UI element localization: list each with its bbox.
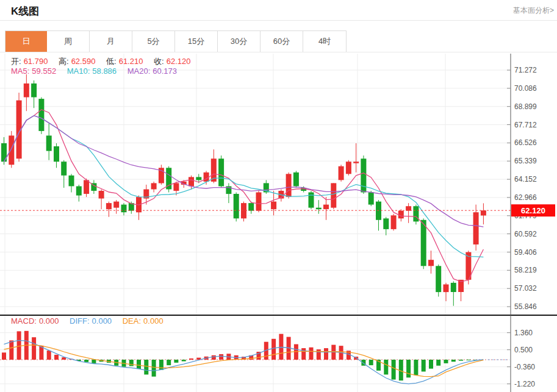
- macd-bar: [174, 360, 178, 363]
- y-axis-label: -1.220: [514, 380, 535, 388]
- macd-bar: [137, 360, 141, 369]
- candle-body: [436, 266, 441, 292]
- candle-body: [473, 212, 479, 244]
- candle-body: [323, 205, 329, 210]
- tab-15分[interactable]: 15分: [175, 31, 218, 52]
- candle-body: [256, 193, 262, 211]
- candle-body: [339, 166, 344, 180]
- macd-bar: [466, 360, 470, 360]
- candle-body: [346, 162, 351, 174]
- kline-chart: 71.27270.08668.89967.71266.52665.33964.1…: [0, 54, 557, 392]
- candle-body: [361, 159, 366, 192]
- macd-bar: [32, 337, 36, 360]
- ohlc-legend: 开:61.790 高:62.590 低:61.210 收:62.120: [11, 56, 193, 67]
- macd-bar: [324, 348, 328, 360]
- macd-bar: [144, 360, 148, 374]
- macd-bar: [92, 360, 96, 363]
- tab-30分[interactable]: 30分: [218, 31, 261, 52]
- y-axis-label: 62.966: [514, 193, 537, 202]
- macd-bar: [84, 360, 88, 362]
- y-axis-label: 67.712: [514, 121, 537, 129]
- tab-月[interactable]: 月: [90, 31, 132, 52]
- ma5-value: 59.552: [32, 66, 56, 76]
- candle-body: [451, 283, 456, 292]
- close-label: 收:: [154, 57, 164, 66]
- candle-body: [106, 203, 112, 209]
- candle-body: [24, 84, 29, 98]
- candle-body: [46, 135, 52, 151]
- candle-body: [316, 208, 322, 210]
- y-axis-label: 60.592: [514, 230, 537, 238]
- y-axis-label: 57.032: [514, 284, 537, 293]
- candle-body: [121, 205, 127, 213]
- dea-label: DEA:: [123, 316, 141, 326]
- y-axis-label: 70.086: [514, 84, 537, 93]
- candle-body: [54, 146, 59, 162]
- macd-bar: [369, 360, 373, 365]
- tab-日[interactable]: 日: [5, 31, 47, 52]
- open-value: 61.790: [24, 57, 48, 66]
- candle-body: [331, 183, 336, 207]
- ma20-label: MA20:: [128, 66, 151, 76]
- macd-bar: [451, 360, 456, 362]
- candle-body: [368, 193, 374, 205]
- candle-body: [196, 177, 201, 180]
- candle-body: [383, 218, 389, 229]
- candle-body: [481, 210, 486, 215]
- tab-5分[interactable]: 5分: [132, 31, 175, 52]
- candle-body: [391, 215, 397, 229]
- tab-周[interactable]: 周: [47, 31, 90, 52]
- macd-bar: [182, 360, 186, 362]
- macd-bar: [212, 355, 216, 360]
- macd-bar: [167, 360, 171, 365]
- low-label: 低:: [106, 57, 117, 66]
- candle-body: [113, 202, 119, 208]
- y-axis-label: 55.846: [514, 302, 537, 311]
- candle-body: [421, 220, 426, 266]
- topbar: K线图 基本面分析>: [0, 0, 557, 21]
- macd-bar: [301, 348, 306, 360]
- macd-bar: [384, 360, 388, 374]
- y-axis-label: 64.152: [514, 175, 537, 184]
- candle-body: [271, 202, 276, 210]
- price-badge-value: 62.120: [521, 206, 545, 215]
- tab-60分[interactable]: 60分: [261, 31, 303, 52]
- macd-bar: [414, 360, 418, 375]
- macd-bar: [2, 352, 6, 360]
- macd-bar: [129, 360, 134, 366]
- macd-bar: [152, 360, 156, 377]
- macd-bar: [219, 354, 223, 360]
- candle-body: [9, 135, 14, 165]
- candle-body: [406, 206, 411, 211]
- candle-body: [151, 183, 157, 189]
- candle-body: [189, 177, 194, 186]
- macd-bar: [429, 360, 433, 369]
- fundamental-analysis-link[interactable]: 基本面分析>: [513, 5, 554, 16]
- open-label: 开:: [11, 57, 21, 66]
- ma10-label: MA10:: [67, 66, 90, 76]
- ma10-value: 58.886: [92, 66, 117, 76]
- candle-body: [38, 99, 44, 131]
- y-axis-label: 66.526: [514, 138, 537, 147]
- candle-body: [84, 180, 89, 194]
- period-tabs: 日周月5分15分30分60分4时: [5, 30, 347, 52]
- candle-body: [173, 183, 179, 191]
- y-axis-label: 58.219: [514, 266, 537, 274]
- macd-bar: [317, 349, 321, 360]
- candle-body: [76, 187, 82, 196]
- macd-bar: [159, 360, 164, 370]
- candle-body: [413, 206, 419, 221]
- y-axis-label: 65.339: [514, 157, 537, 165]
- y-axis-label: 1.360: [514, 329, 533, 337]
- y-axis-label: -0.360: [514, 363, 535, 371]
- candle-body: [428, 260, 434, 266]
- diff-value: 0.000: [92, 316, 112, 326]
- dea-value: 0.000: [143, 316, 164, 326]
- candle-body: [204, 173, 209, 182]
- tab-4时[interactable]: 4时: [303, 31, 346, 52]
- macd-bar: [459, 360, 463, 361]
- candle-body: [218, 159, 224, 186]
- macd-bar: [47, 351, 51, 360]
- low-value: 61.210: [119, 57, 143, 66]
- macd-value: 0.000: [39, 316, 59, 326]
